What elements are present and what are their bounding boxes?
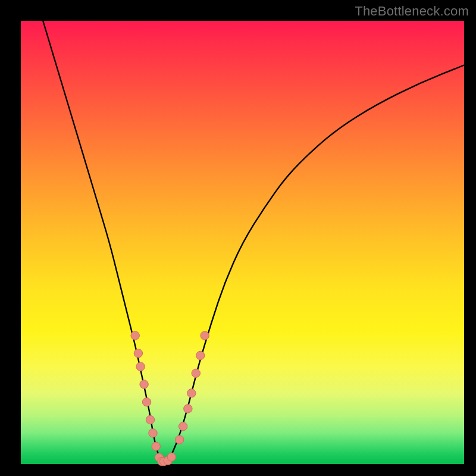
data-marker — [178, 422, 187, 430]
watermark-text: TheBottleneck.com — [355, 4, 469, 19]
data-marker — [142, 398, 151, 406]
data-marker — [187, 389, 196, 397]
data-marker — [136, 362, 145, 371]
data-marker — [149, 429, 157, 437]
bottleneck-curve — [43, 21, 464, 462]
data-marker — [131, 331, 139, 340]
data-marker — [134, 349, 142, 358]
data-marker — [196, 351, 205, 359]
plot-area — [21, 21, 464, 464]
data-marker — [152, 442, 160, 450]
data-markers — [131, 331, 209, 466]
data-marker — [192, 369, 200, 377]
data-marker — [146, 415, 154, 424]
data-marker — [140, 380, 148, 389]
data-marker — [176, 436, 184, 444]
data-marker — [184, 405, 192, 413]
bottleneck-curve-svg — [21, 21, 464, 464]
chart-frame: TheBottleneck.com — [0, 0, 476, 476]
data-marker — [167, 453, 176, 461]
data-marker — [201, 331, 209, 340]
